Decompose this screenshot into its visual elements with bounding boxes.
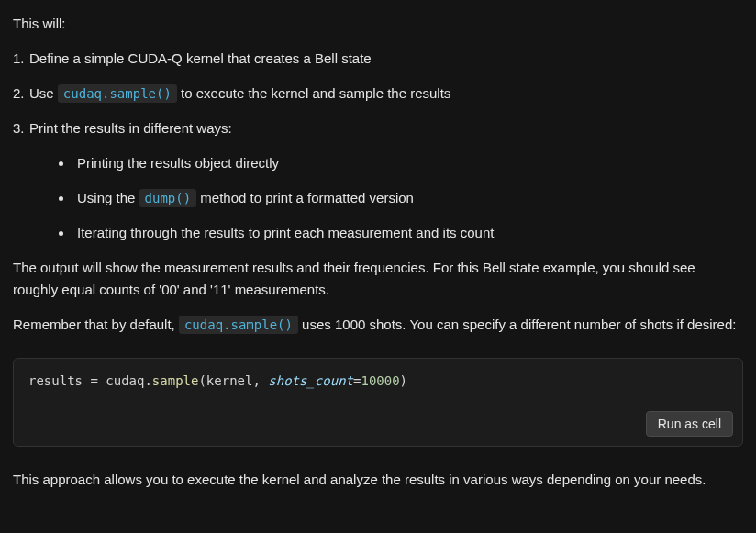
- paragraph-text: Remember that by default,: [13, 316, 179, 332]
- inline-code: cudaq.sample(): [179, 316, 298, 334]
- inline-code: cudaq.sample(): [58, 84, 177, 103]
- list-item: Define a simple CUDA-Q kernel that creat…: [13, 48, 743, 70]
- sub-list-item-text: Using the: [77, 190, 139, 205]
- code-token: (kernel,: [198, 373, 268, 388]
- code-token: 10000: [361, 373, 399, 388]
- inline-code: dump(): [139, 189, 197, 207]
- run-as-cell-button[interactable]: Run as cell: [646, 411, 733, 437]
- paragraph: Remember that by default, cudaq.sample()…: [13, 314, 743, 336]
- sub-list: Printing the results object directly Usi…: [59, 152, 743, 244]
- code-footer: Run as cell: [14, 404, 742, 446]
- list-item-text: Print the results in different ways:: [29, 120, 232, 136]
- sub-list-item-text: Printing the results object directly: [77, 155, 279, 171]
- code-token: shots_count: [268, 373, 353, 388]
- sub-list-item-text: method to print a formatted version: [196, 190, 414, 205]
- list-item-text: to execute the kernel and sample the res…: [177, 85, 451, 101]
- numbered-list: Define a simple CUDA-Q kernel that creat…: [13, 48, 743, 244]
- paragraph-text: uses 1000 shots. You can specify a diffe…: [298, 316, 737, 332]
- code-block: results = cudaq.sample(kernel, shots_cou…: [13, 358, 743, 447]
- sub-list-item: Iterating through the results to print e…: [59, 222, 743, 244]
- sub-list-item: Printing the results object directly: [59, 152, 743, 174]
- code-token: results = cudaq.: [28, 373, 152, 388]
- list-item-text: Define a simple CUDA-Q kernel that creat…: [29, 50, 372, 66]
- intro-text: This will:: [13, 13, 743, 35]
- sub-list-item: Using the dump() method to print a forma…: [59, 187, 743, 209]
- list-item: Print the results in different ways: Pri…: [13, 117, 743, 244]
- paragraph: The output will show the measurement res…: [13, 257, 743, 301]
- list-item: Use cudaq.sample() to execute the kernel…: [13, 83, 743, 105]
- list-item-text: Use: [29, 85, 58, 101]
- code-token: ): [400, 373, 407, 388]
- paragraph: This approach allows you to execute the …: [13, 469, 743, 491]
- code-content: results = cudaq.sample(kernel, shots_cou…: [14, 359, 742, 404]
- sub-list-item-text: Iterating through the results to print e…: [77, 225, 494, 240]
- code-token: sample: [152, 373, 199, 388]
